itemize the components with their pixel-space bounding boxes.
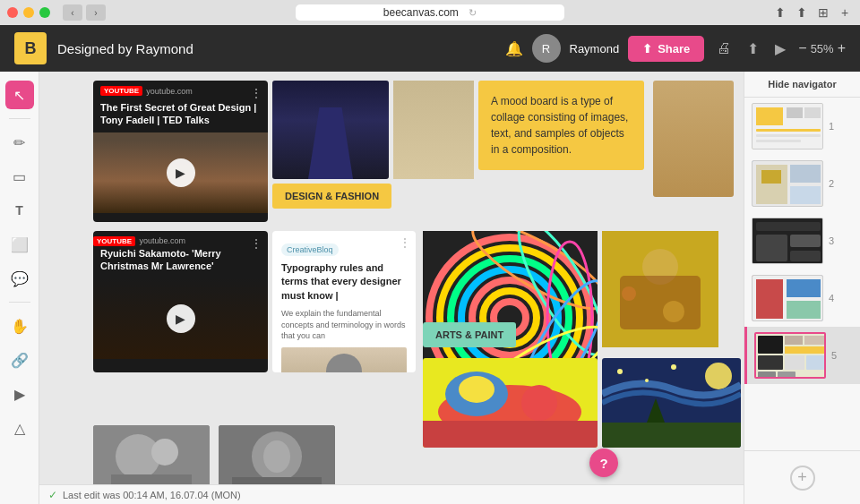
svg-rect-41: [787, 107, 803, 118]
minimize-btn[interactable]: [23, 7, 34, 18]
youtube-thumbnail-1: ▶: [93, 132, 268, 213]
nav-thumbnail-4: [752, 275, 823, 321]
tool-chat[interactable]: 💬: [5, 264, 34, 293]
svg-rect-62: [785, 336, 803, 345]
tool-pencil[interactable]: ✏: [5, 128, 34, 157]
forward-button[interactable]: ›: [86, 4, 106, 21]
tool-link[interactable]: 🔗: [5, 346, 34, 374]
starry-night-painting: [602, 358, 741, 448]
left-sidebar: ↖ ✏ ▭ T ⬜ 💬 ✋ 🔗 ▶ △: [0, 72, 39, 504]
nav-page-5[interactable]: 5: [744, 327, 860, 384]
tool-cursor[interactable]: ↖: [5, 81, 34, 109]
blog-badge: CreativeBloq: [281, 243, 339, 256]
svg-rect-15: [620, 276, 701, 329]
nav-page-3[interactable]: 3: [744, 212, 860, 269]
nav-thumbnail-3: [752, 218, 823, 264]
svg-point-21: [459, 376, 494, 403]
picasso-painting: [423, 358, 598, 448]
svg-rect-44: [756, 134, 821, 137]
youtube-title-1: The First Secret of Great Design | Tony …: [93, 101, 268, 132]
upload-button[interactable]: ⬆: [744, 37, 762, 61]
zoom-out-button[interactable]: −: [798, 40, 806, 56]
nav-thumbnail-2: [752, 160, 823, 207]
nav-page-4[interactable]: 4: [744, 269, 860, 327]
url-bar[interactable]: beecanvas.com ↻: [296, 4, 564, 21]
svg-rect-26: [602, 423, 741, 448]
page-number-4: 4: [829, 293, 834, 303]
tool-youtube[interactable]: ▶: [5, 380, 34, 408]
app-header: B Designed by Raymond 🔔 R Raymond ⬆ Shar…: [0, 25, 860, 72]
youtube-badge-2: YOUTUBE: [93, 236, 135, 246]
zoom-in-button[interactable]: +: [838, 40, 846, 56]
svg-rect-23: [423, 421, 598, 448]
nav-thumbnail-5: [754, 332, 826, 379]
svg-point-34: [151, 439, 178, 466]
canvas-area[interactable]: YOUTUBE youtube.com The First Secret of …: [39, 72, 744, 504]
share-icon: ⬆: [642, 42, 652, 56]
bell-icon[interactable]: 🔔: [505, 40, 523, 57]
youtube-thumbnail-2: ▶: [93, 278, 268, 359]
blog-title: Typography rules and terms that every de…: [281, 261, 407, 303]
main-layout: ↖ ✏ ▭ T ⬜ 💬 ✋ 🔗 ▶ △ YOUTUBE youtube.com …: [0, 72, 860, 504]
app-logo: B: [14, 32, 47, 64]
blog-thumbnail: [281, 347, 407, 372]
navigator-header[interactable]: Hide navigator: [744, 72, 860, 98]
svg-point-22: [521, 385, 557, 421]
blog-card[interactable]: CreativeBloq Typography rules and terms …: [272, 231, 416, 372]
youtube-card-2[interactable]: YOUTUBE youtube.com Ryuichi Sakamoto- 'M…: [93, 231, 268, 372]
zoom-controls: − 55% +: [798, 40, 846, 56]
more-options-button-2[interactable]: ⋮: [250, 236, 262, 251]
svg-rect-42: [804, 107, 821, 118]
blog-text: We explain the fundamental concepts and …: [281, 308, 407, 342]
close-btn[interactable]: [7, 7, 18, 18]
svg-rect-61: [758, 336, 783, 354]
svg-rect-69: [778, 372, 796, 379]
check-icon: ✓: [48, 489, 57, 501]
more-blog-button[interactable]: ⋮: [400, 236, 410, 249]
tool-text[interactable]: T: [5, 196, 34, 225]
add-page-button[interactable]: +: [744, 450, 860, 504]
svg-rect-65: [758, 355, 783, 370]
share-button[interactable]: ⬆ Share: [628, 36, 704, 62]
svg-point-29: [645, 379, 649, 382]
grid-icon: ⊞: [815, 4, 831, 21]
tool-drive[interactable]: △: [5, 414, 34, 442]
page-number-1: 1: [829, 121, 834, 132]
svg-rect-55: [790, 251, 821, 261]
right-sidebar: Hide navigator 1: [744, 72, 860, 504]
separator: [9, 118, 30, 119]
page-number-2: 2: [829, 178, 834, 189]
design-fashion-label: DESIGN & FASHION: [272, 184, 391, 209]
portrait-photo: [653, 81, 734, 197]
zoom-level: 55%: [811, 42, 834, 56]
klimt-painting: [602, 231, 718, 347]
svg-point-16: [622, 286, 636, 301]
status-text: Last edit was 00:14 AM, 16.07.04 (MON): [63, 490, 241, 500]
youtube-badge: YOUTUBE: [100, 86, 142, 96]
back-button[interactable]: ‹: [63, 4, 82, 21]
more-options-button[interactable]: ⋮: [250, 86, 262, 100]
svg-rect-59: [787, 301, 821, 319]
avatar: R: [532, 34, 561, 63]
svg-rect-50: [761, 170, 781, 184]
present-button[interactable]: ▶: [771, 37, 789, 61]
tool-image[interactable]: ⬜: [5, 230, 34, 259]
svg-rect-66: [785, 355, 804, 370]
svg-rect-54: [790, 235, 821, 247]
print-button[interactable]: 🖨: [713, 37, 735, 60]
svg-rect-45: [756, 140, 801, 142]
moodboard-text: A mood board is a type of collage consis…: [478, 81, 644, 170]
svg-rect-58: [787, 279, 821, 297]
maximize-btn[interactable]: [39, 7, 50, 18]
svg-rect-43: [756, 129, 821, 132]
nav-page-1[interactable]: 1: [744, 98, 860, 155]
svg-point-30: [671, 364, 676, 370]
share-icon: ⬆: [794, 4, 810, 21]
svg-rect-40: [756, 107, 783, 125]
youtube-card-1[interactable]: YOUTUBE youtube.com The First Secret of …: [93, 81, 268, 222]
tool-sticky[interactable]: ▭: [5, 162, 34, 191]
tool-hand[interactable]: ✋: [5, 312, 34, 340]
svg-point-25: [705, 363, 732, 389]
help-button[interactable]: ?: [589, 448, 618, 477]
nav-page-2[interactable]: 2: [744, 155, 860, 212]
